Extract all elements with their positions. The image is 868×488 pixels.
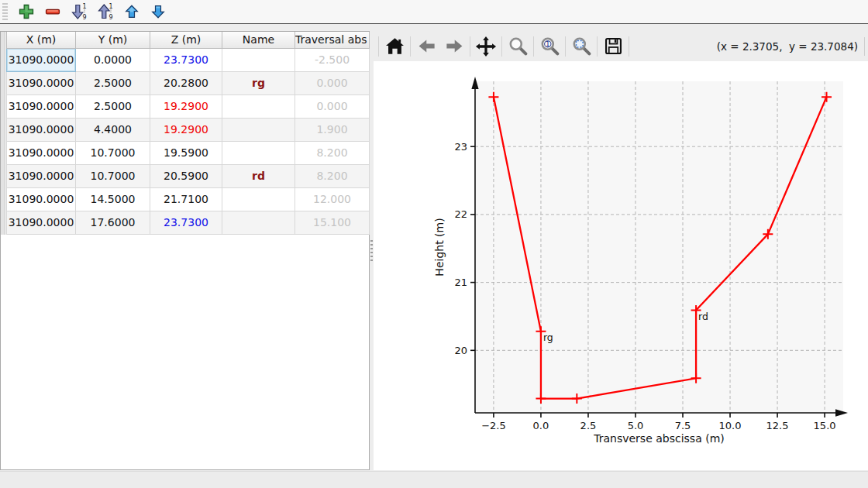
magnifier-1-icon: 1 <box>539 36 560 57</box>
svg-text:20: 20 <box>454 345 467 356</box>
svg-text:9: 9 <box>108 14 112 21</box>
cell-name[interactable] <box>222 211 295 234</box>
arrow-right-icon <box>444 36 465 57</box>
home-button[interactable] <box>381 34 408 59</box>
toolbar-separator <box>470 36 470 57</box>
cell-z[interactable]: 20.5900 <box>150 164 222 187</box>
cell-x[interactable]: 31090.0000 <box>7 71 76 95</box>
svg-text:5.0: 5.0 <box>628 420 644 431</box>
cell-y[interactable]: 2.5000 <box>76 95 150 118</box>
cell-name[interactable] <box>222 118 295 141</box>
cell-abs[interactable]: -2.500 <box>295 48 370 71</box>
add-row-button[interactable] <box>13 1 40 22</box>
forward-button[interactable] <box>440 34 468 59</box>
cell-z[interactable]: 19.2900 <box>150 118 222 141</box>
cell-name[interactable] <box>222 95 295 118</box>
cell-name[interactable]: rd <box>222 164 295 187</box>
home-icon <box>384 36 405 57</box>
sort-ascending-button[interactable]: 1 9 <box>92 1 119 22</box>
plot-toolbar: 1 (x = 2.3705, y = 23.7084) <box>377 32 868 60</box>
sort-descending-button[interactable]: 1 9 <box>66 1 92 22</box>
cell-abs[interactable]: 0.000 <box>295 71 370 95</box>
plus-icon <box>17 2 36 21</box>
svg-text:7.5: 7.5 <box>675 420 691 431</box>
toolbar-separator <box>410 36 411 57</box>
cell-y[interactable]: 0.0000 <box>76 48 150 71</box>
cell-name[interactable]: rg <box>222 71 295 95</box>
column-header-traversal-abs[interactable]: Traversal abs (m) <box>295 32 370 48</box>
zoom-button[interactable] <box>504 34 532 59</box>
cell-z[interactable]: 23.7300 <box>150 48 222 71</box>
cell-z[interactable]: 19.2900 <box>150 95 222 118</box>
cell-x[interactable]: 31090.0000 <box>7 118 76 141</box>
column-header-y[interactable]: Y (m) <box>76 32 150 48</box>
column-header-name[interactable]: Name <box>222 32 295 48</box>
save-button[interactable] <box>599 34 627 59</box>
cell-y[interactable]: 10.7000 <box>76 164 150 187</box>
column-header-x[interactable]: X (m) <box>7 32 76 48</box>
move-icon <box>475 36 497 57</box>
toolbar-separator <box>501 36 502 57</box>
plot-figure[interactable]: −2.50.02.55.07.510.012.515.020212223Tran… <box>374 61 868 470</box>
splitter-grip-dots <box>370 240 373 263</box>
svg-text:0.0: 0.0 <box>533 420 549 431</box>
cell-x[interactable]: 31090.0000 <box>7 164 76 187</box>
cell-y[interactable]: 10.7000 <box>76 141 150 164</box>
svg-text:1: 1 <box>82 3 86 10</box>
cell-name[interactable] <box>222 48 295 71</box>
cell-z[interactable]: 21.7100 <box>150 187 222 211</box>
point-table: X (m) Y (m) Z (m) Name Traversal abs (m)… <box>6 32 370 235</box>
arrow-up-icon <box>123 3 140 20</box>
chart-svg[interactable]: −2.50.02.55.07.510.012.515.020212223Tran… <box>374 61 868 470</box>
table-row: 31090.00002.500020.2800rg0.000 <box>7 71 370 95</box>
move-row-up-button[interactable] <box>119 1 145 22</box>
table-row: 31090.00000.000023.7300-2.500 <box>7 48 370 71</box>
column-header-z[interactable]: Z (m) <box>150 32 222 48</box>
cell-abs[interactable]: 8.200 <box>295 141 370 164</box>
cell-y[interactable]: 2.5000 <box>76 71 150 95</box>
cell-abs[interactable]: 1.900 <box>295 118 370 141</box>
back-button[interactable] <box>412 34 440 59</box>
main-toolbar: 1 9 1 9 <box>0 0 868 24</box>
cell-x[interactable]: 31090.0000 <box>7 48 76 71</box>
cell-y[interactable]: 17.6000 <box>76 211 150 234</box>
cell-name[interactable] <box>222 141 295 164</box>
zoom-original-button[interactable]: 1 <box>536 34 563 59</box>
cell-z[interactable]: 23.7300 <box>150 211 222 234</box>
sort-down-1-9-icon: 1 9 <box>70 2 88 21</box>
x-axis-label: Transverse abscissa (m) <box>593 432 725 445</box>
move-row-down-button[interactable] <box>145 1 171 22</box>
remove-row-button[interactable] <box>40 1 66 22</box>
magnifier-rect-icon <box>571 36 592 57</box>
cell-y[interactable]: 14.5000 <box>76 187 150 211</box>
plot-background <box>475 81 843 413</box>
cell-z[interactable]: 20.2800 <box>150 71 222 95</box>
pan-button[interactable] <box>472 34 500 59</box>
cell-x[interactable]: 31090.0000 <box>7 141 76 164</box>
toolbar-grip[interactable] <box>2 3 8 20</box>
svg-text:22: 22 <box>454 208 467 220</box>
cell-abs[interactable]: 0.000 <box>295 95 370 118</box>
table-row: 31090.000014.500021.710012.000 <box>7 187 370 211</box>
cell-x[interactable]: 31090.0000 <box>7 187 76 211</box>
cell-abs[interactable]: 8.200 <box>295 164 370 187</box>
cell-z[interactable]: 19.5900 <box>150 141 222 164</box>
minus-icon <box>43 2 62 21</box>
svg-text:15.0: 15.0 <box>814 420 836 431</box>
table-header-row: X (m) Y (m) Z (m) Name Traversal abs (m) <box>7 32 370 48</box>
zoom-rect-button[interactable] <box>567 34 595 59</box>
cell-x[interactable]: 31090.0000 <box>7 211 76 234</box>
cell-x[interactable]: 31090.0000 <box>7 95 76 118</box>
status-bar <box>0 471 868 488</box>
cell-abs[interactable]: 15.100 <box>295 211 370 234</box>
cell-name[interactable] <box>222 187 295 211</box>
toolbar-separator <box>533 36 534 57</box>
cursor-coordinates: (x = 2.3705, y = 23.7084) <box>717 40 864 53</box>
table-row: 31090.000010.700020.5900rd8.200 <box>7 164 370 187</box>
cell-y[interactable]: 4.4000 <box>76 118 150 141</box>
toolbar-separator <box>864 37 865 56</box>
svg-text:21: 21 <box>454 277 467 288</box>
svg-text:1: 1 <box>108 3 112 10</box>
table-row: 31090.000010.700019.59008.200 <box>7 141 370 164</box>
cell-abs[interactable]: 12.000 <box>295 187 370 211</box>
